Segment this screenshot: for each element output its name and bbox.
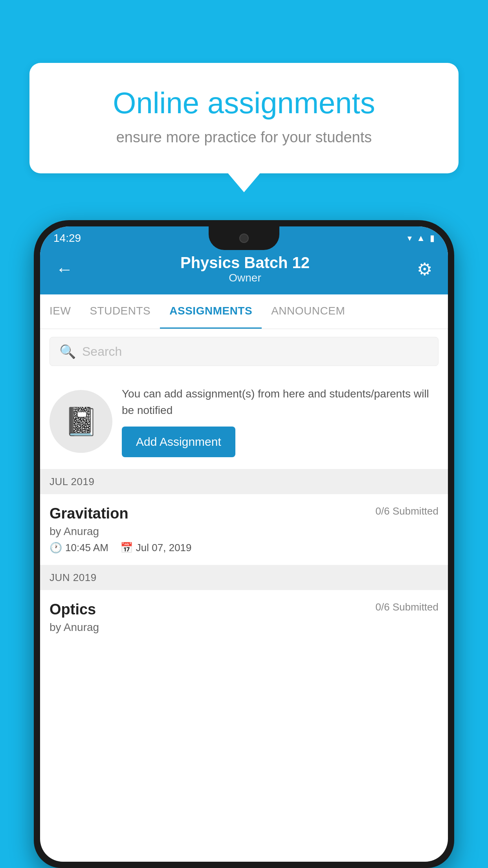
notebook-icon: 📓: [64, 405, 98, 438]
status-time: 14:29: [53, 232, 81, 245]
add-assignment-button[interactable]: Add Assignment: [122, 427, 235, 457]
notch: [209, 226, 279, 250]
header-center: Physics Batch 12 Owner: [73, 254, 417, 284]
battery-icon: ▮: [430, 233, 435, 243]
tab-bar: IEW STUDENTS ASSIGNMENTS ANNOUNCEM: [40, 294, 448, 329]
assignment-item-gravitation[interactable]: Gravitation 0/6 Submitted by Anurag 🕐 10…: [40, 494, 448, 565]
search-bar[interactable]: 🔍 Search: [50, 337, 438, 366]
phone-screen: ← Physics Batch 12 Owner ⚙ IEW STUDENTS …: [40, 226, 448, 862]
search-placeholder: Search: [82, 344, 122, 359]
calendar-icon: 📅: [120, 542, 133, 554]
tab-iew[interactable]: IEW: [40, 294, 80, 329]
status-bar: 14:29 ▾ ▲ ▮: [34, 226, 454, 250]
header-title: Physics Batch 12: [73, 254, 417, 272]
camera-icon: [239, 234, 249, 243]
speech-bubble: Online assignments ensure more practice …: [29, 63, 459, 173]
status-icons: ▾ ▲ ▮: [407, 233, 435, 243]
settings-icon[interactable]: ⚙: [417, 259, 432, 279]
tab-assignments[interactable]: ASSIGNMENTS: [160, 294, 262, 329]
assignment-by-optics: by Anurag: [50, 621, 438, 634]
assignment-date-value: Jul 07, 2019: [136, 542, 192, 554]
clock-icon: 🕐: [50, 542, 62, 554]
assignment-by-gravitation: by Anurag: [50, 525, 438, 538]
assignment-item-optics[interactable]: Optics 0/6 Submitted by Anurag: [40, 590, 448, 649]
assignment-submitted-optics: 0/6 Submitted: [376, 601, 438, 613]
assignment-submitted-gravitation: 0/6 Submitted: [376, 505, 438, 517]
section-jul-2019: JUL 2019: [40, 469, 448, 494]
assignment-time-value: 10:45 AM: [65, 542, 108, 554]
header-subtitle: Owner: [73, 272, 417, 284]
promo-card: Online assignments ensure more practice …: [29, 63, 459, 173]
signal-icon: ▲: [416, 233, 425, 243]
assignment-time: 🕐 10:45 AM: [50, 542, 108, 554]
promo-section: 📓 You can add assignment(s) from here an…: [40, 374, 448, 469]
phone-mockup: 14:29 ▾ ▲ ▮ ← Physics Batch 12 Owner ⚙ I…: [34, 220, 454, 868]
bubble-title: Online assignments: [57, 86, 431, 120]
assignment-name-optics: Optics: [50, 601, 96, 618]
assignment-date: 📅 Jul 07, 2019: [120, 542, 192, 554]
assignment-meta-gravitation: 🕐 10:45 AM 📅 Jul 07, 2019: [50, 542, 438, 554]
wifi-icon: ▾: [407, 233, 412, 243]
search-icon: 🔍: [59, 344, 76, 359]
promo-right: You can add assignment(s) from here and …: [122, 386, 438, 457]
assignment-top-row-optics: Optics 0/6 Submitted: [50, 601, 438, 618]
assignment-top-row: Gravitation 0/6 Submitted: [50, 505, 438, 522]
section-jun-2019: JUN 2019: [40, 565, 448, 590]
back-button[interactable]: ←: [56, 259, 73, 279]
promo-icon-circle: 📓: [50, 390, 112, 453]
tab-students[interactable]: STUDENTS: [80, 294, 160, 329]
tab-announcements[interactable]: ANNOUNCEM: [262, 294, 354, 329]
bubble-subtitle: ensure more practice for your students: [57, 129, 431, 146]
assignment-name-gravitation: Gravitation: [50, 505, 128, 522]
search-container: 🔍 Search: [40, 329, 448, 374]
promo-description: You can add assignment(s) from here and …: [122, 386, 438, 419]
